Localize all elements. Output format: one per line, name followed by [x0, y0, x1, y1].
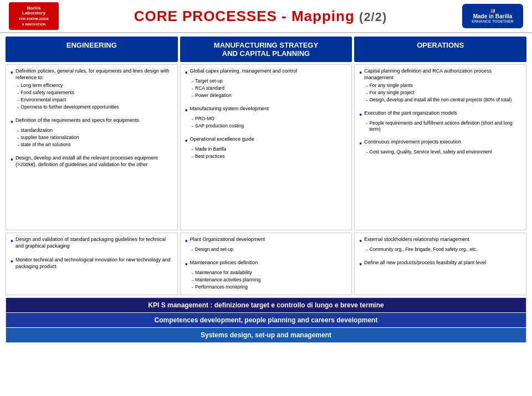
col-header-manufacturing: MANUFACTURING STRATEGY AND CAPITAL PLANN…	[180, 37, 352, 62]
summary-row-2: Competences development, people planning…	[6, 313, 526, 328]
page-header: BarillaLaboratoryFOR KNOWLEDGE& INNOVATI…	[0, 0, 532, 33]
column-headers: ENGINEERING MANUFACTURING STRATEGY AND C…	[6, 37, 526, 62]
eng-item-1: • Definition policies, general rules, fo…	[11, 68, 173, 81]
engineering-cell-2: • Design and validation of standard pack…	[6, 233, 178, 295]
summary-row-3: Systems design, set-up and management	[6, 328, 526, 342]
barilla-logo: BarillaLaboratoryFOR KNOWLEDGE& INNOVATI…	[9, 2, 59, 30]
made-in-barilla-badge: 🏭 Made in Barilla ENHANCE TOGETHER	[462, 4, 523, 28]
content-grid: • Definition policies, general rules, fo…	[6, 64, 526, 295]
page-title: CORE PROCESSES - Mapping (2/2)	[134, 8, 387, 24]
summary-section: KPI S management : definizione target e …	[6, 297, 526, 343]
engineering-cell-1: • Definition policies, general rules, fo…	[6, 64, 178, 230]
manufacturing-cell-2: • Plant Organizational development -Desi…	[180, 233, 352, 295]
col-header-engineering: ENGINEERING	[6, 37, 178, 62]
manufacturing-cell-1: • Global capex planning, management and …	[180, 64, 352, 230]
main-content: ENGINEERING MANUFACTURING STRATEGY AND C…	[0, 33, 532, 346]
operations-cell-2: • External stockholders relationship man…	[354, 233, 526, 295]
summary-row-1: KPI S management : definizione target e …	[6, 298, 526, 313]
col-header-operations: OPERATIONS	[354, 37, 526, 62]
operations-cell-1: • Capital planning definition and RCA au…	[354, 64, 526, 230]
